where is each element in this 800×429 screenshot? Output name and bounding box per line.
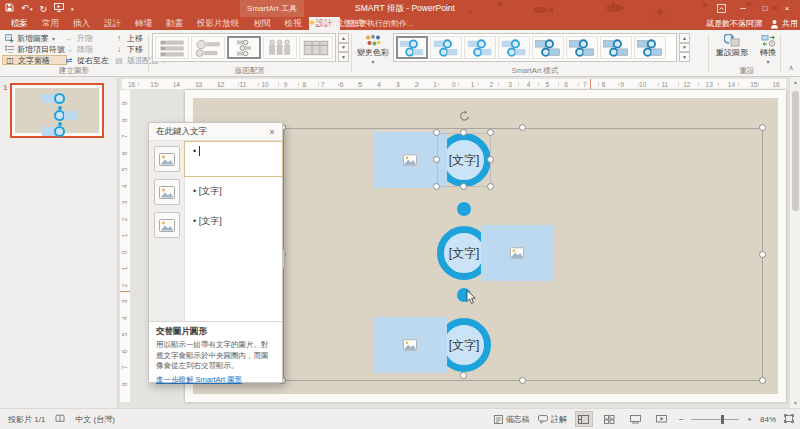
- zoom-level[interactable]: 84%: [760, 415, 776, 424]
- text-pane-toggle-button[interactable]: ◫ 文字窗格: [2, 55, 67, 65]
- layout-option-3-selected[interactable]: [227, 36, 261, 59]
- shape-handle-bottom-right[interactable]: [487, 183, 494, 190]
- shape-connection-handle[interactable]: [460, 372, 467, 379]
- frame-handle-top-center[interactable]: [519, 124, 526, 131]
- frame-handle-top-right[interactable]: [759, 124, 766, 131]
- reset-graphic-button[interactable]: 重設圖形: [712, 32, 752, 66]
- share-button[interactable]: 共用: [770, 18, 798, 29]
- frame-handle-middle-right[interactable]: [759, 251, 766, 258]
- scrollbar-thumb[interactable]: [792, 91, 799, 211]
- fit-to-window-button[interactable]: [784, 414, 794, 425]
- tab-design[interactable]: 設計: [97, 17, 128, 30]
- zoom-slider[interactable]: [691, 419, 739, 420]
- layouts-scroll-up-button[interactable]: ▲: [338, 33, 349, 43]
- scroll-down-icon[interactable]: ▼: [790, 400, 800, 406]
- smartart-style-option-2[interactable]: [430, 36, 462, 59]
- insert-picture-button-2[interactable]: [154, 179, 180, 205]
- smartart-style-option-3[interactable]: [464, 36, 496, 59]
- smartart-style-option-1[interactable]: [396, 36, 428, 59]
- learn-more-link[interactable]: 進一步瞭解 SmartArt 圖形: [156, 375, 242, 385]
- node-2-placeholder-text[interactable]: [文字]: [449, 245, 480, 262]
- redo-button[interactable]: ↻: [39, 3, 47, 15]
- insert-picture-button-3[interactable]: [154, 212, 180, 238]
- zoom-in-button[interactable]: +: [747, 415, 752, 424]
- group-divider: [148, 34, 149, 72]
- tab-review[interactable]: 校閱: [247, 17, 278, 30]
- smartart-style-option-8[interactable]: [634, 36, 666, 59]
- save-button[interactable]: [5, 3, 14, 14]
- shape-handle-middle-left[interactable]: [433, 156, 440, 163]
- frame-handle-bottom-center[interactable]: [519, 377, 526, 384]
- promote-button[interactable]: ← 升階: [62, 33, 111, 43]
- text-pane-row-1-active[interactable]: •: [184, 141, 283, 177]
- ribbon-display-options-button[interactable]: [710, 0, 732, 17]
- tab-file[interactable]: 檔案: [4, 17, 35, 30]
- zoom-out-button[interactable]: −: [679, 415, 684, 424]
- slide-indicator[interactable]: 投影片 1/1: [8, 414, 45, 425]
- language-indicator[interactable]: 中文 (台灣): [75, 414, 115, 425]
- smartart-style-option-7[interactable]: [600, 36, 632, 59]
- reading-view-button[interactable]: [627, 411, 645, 427]
- shape-handle-top-right[interactable]: [487, 129, 494, 136]
- shape-handle-bottom-left[interactable]: [433, 183, 440, 190]
- comments-button[interactable]: 註解: [538, 414, 567, 425]
- styles-scroll-down-button[interactable]: ▼: [679, 43, 690, 53]
- scroll-up-icon[interactable]: ▲: [790, 79, 800, 85]
- right-to-left-button[interactable]: ⇄ 從右至左: [62, 55, 111, 65]
- language-proofing-icon[interactable]: [55, 414, 65, 425]
- styles-scroll-up-button[interactable]: ▲: [679, 33, 690, 43]
- add-bullet-button[interactable]: 新增項目符號: [2, 44, 67, 54]
- layouts-scroll-down-button[interactable]: ▼: [338, 43, 349, 53]
- undo-button[interactable]: ↶ ▾: [21, 2, 32, 15]
- tab-insert[interactable]: 插入: [66, 17, 97, 30]
- layouts-more-button[interactable]: ▼: [338, 52, 349, 62]
- tab-view[interactable]: 檢視: [278, 17, 309, 30]
- styles-more-button[interactable]: ▼: [679, 52, 690, 62]
- layout-option-4[interactable]: [263, 36, 297, 59]
- add-shape-button[interactable]: 新增圖案▾: [2, 33, 67, 43]
- vertical-scrollbar[interactable]: ▲ ▼: [789, 77, 800, 408]
- minimize-button[interactable]: ─: [732, 0, 754, 17]
- layout-option-2[interactable]: [191, 36, 225, 59]
- insert-picture-button-1[interactable]: [154, 146, 180, 172]
- shape-handle-top-center[interactable]: [460, 129, 467, 136]
- convert-caret-icon: ▾: [766, 58, 769, 65]
- slideshow-view-button[interactable]: [653, 411, 671, 427]
- shape-handle-middle-right[interactable]: [487, 156, 494, 163]
- maximize-button[interactable]: □: [754, 0, 776, 17]
- customize-qat-caret-icon[interactable]: ▾: [71, 3, 74, 15]
- text-pane-close-button[interactable]: ×: [266, 126, 278, 138]
- zoom-slider-thumb[interactable]: [721, 415, 724, 424]
- normal-view-button[interactable]: [575, 411, 593, 427]
- smartart-style-option-4[interactable]: [498, 36, 530, 59]
- layout-option-1[interactable]: [155, 36, 189, 59]
- shape-handle-top-left[interactable]: [433, 129, 440, 136]
- tab-slideshow[interactable]: 投影片放映: [190, 17, 247, 30]
- smartart-node-2-picture[interactable]: [481, 225, 553, 281]
- text-pane-row-2[interactable]: • [文字]: [193, 185, 222, 198]
- shape-handle-bottom-center[interactable]: [460, 183, 467, 190]
- connector-dot-1[interactable]: [457, 202, 471, 216]
- convert-button[interactable]: 轉換 ▾: [754, 32, 782, 66]
- tab-transitions[interactable]: 轉場: [128, 17, 159, 30]
- notes-button[interactable]: 備忘稿: [494, 414, 530, 425]
- layout-option-5[interactable]: [299, 36, 333, 59]
- slide-sorter-view-button[interactable]: [601, 411, 619, 427]
- start-slideshow-button[interactable]: [54, 3, 64, 14]
- tab-animations[interactable]: 動畫: [159, 17, 190, 30]
- smartart-node-3-picture[interactable]: [373, 317, 447, 373]
- tab-home[interactable]: 常用: [35, 17, 66, 30]
- collapse-ribbon-button[interactable]: ∧: [784, 64, 798, 75]
- change-colors-button[interactable]: 變更色彩 ▾: [355, 32, 391, 66]
- smartart-style-option-6[interactable]: [566, 36, 598, 59]
- tell-me-box[interactable]: 告訴我您想要執行的動作...: [308, 17, 414, 30]
- text-pane-row-3[interactable]: • [文字]: [193, 215, 222, 228]
- close-button[interactable]: ×: [776, 0, 798, 17]
- node-3-placeholder-text[interactable]: [文字]: [449, 337, 480, 354]
- frame-handle-bottom-right[interactable]: [759, 377, 766, 384]
- slide-thumbnail-1[interactable]: [10, 83, 104, 138]
- demote-button[interactable]: → 降階: [62, 44, 111, 54]
- smartart-style-option-5[interactable]: [532, 36, 564, 59]
- rotation-handle-icon[interactable]: [458, 110, 471, 123]
- user-name[interactable]: 就是數不落阿溜: [706, 18, 762, 29]
